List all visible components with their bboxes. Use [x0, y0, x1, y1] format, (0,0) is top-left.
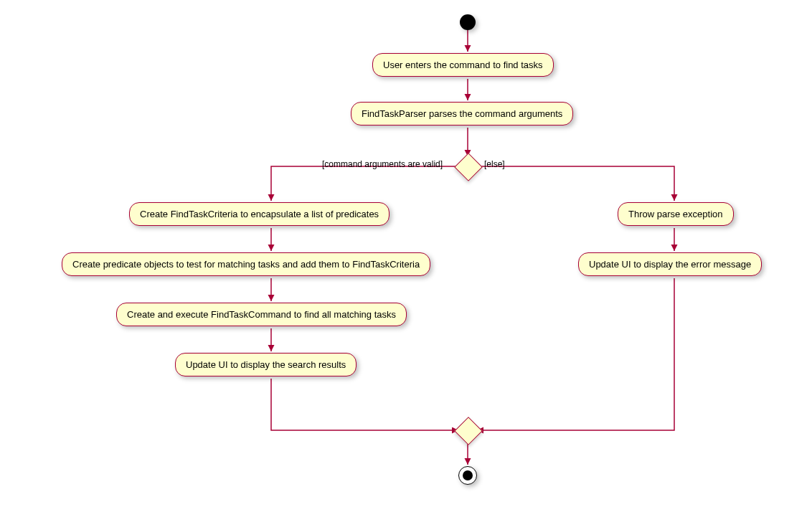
activity-label: Update UI to display the search results: [186, 359, 346, 370]
activity-update-ui-results: Update UI to display the search results: [175, 353, 357, 376]
activity-label: FindTaskParser parses the command argume…: [362, 108, 562, 119]
guard-else: [else]: [484, 159, 505, 169]
activity-execute-command: Create and execute FindTaskCommand to fi…: [116, 303, 407, 326]
activity-create-predicates: Create predicate objects to test for mat…: [62, 252, 430, 276]
activity-label: Create predicate objects to test for mat…: [72, 259, 420, 270]
activity-parser-parses: FindTaskParser parses the command argume…: [351, 102, 573, 125]
activity-label: Create and execute FindTaskCommand to fi…: [127, 309, 396, 320]
activity-create-criteria: Create FindTaskCriteria to encapsulate a…: [129, 202, 390, 226]
end-node: [458, 466, 477, 485]
merge-node: [454, 417, 483, 445]
guard-valid: [command arguments are valid]: [322, 159, 443, 169]
activity-update-ui-error: Update UI to display the error message: [578, 252, 762, 276]
activity-label: Throw parse exception: [628, 209, 723, 219]
activity-label: User enters the command to find tasks: [383, 60, 543, 70]
activity-throw-exception: Throw parse exception: [618, 202, 734, 226]
activity-label: Create FindTaskCriteria to encapsulate a…: [140, 209, 379, 219]
decision-node: [454, 153, 483, 181]
start-node: [460, 14, 476, 30]
activity-diagram: User enters the command to find tasks Fi…: [0, 0, 812, 512]
activity-user-enters-command: User enters the command to find tasks: [372, 53, 554, 77]
activity-label: Update UI to display the error message: [589, 259, 751, 270]
